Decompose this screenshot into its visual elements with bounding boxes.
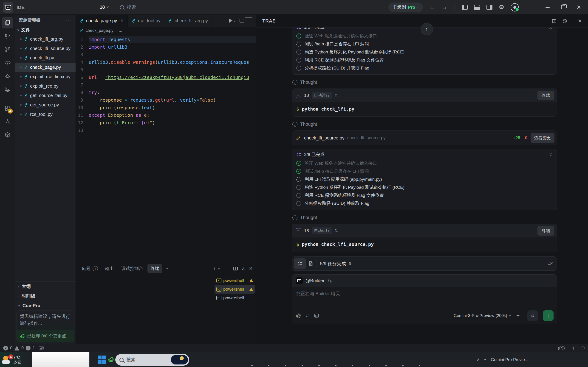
exploit_rce.py[interactable]: exploit_rce.py bbox=[15, 81, 76, 91]
more-actions-icon[interactable]: ··· bbox=[224, 266, 229, 271]
open-terminal-button[interactable]: 终端 bbox=[537, 91, 554, 100]
trae[interactable] bbox=[262, 353, 275, 366]
panel-tab[interactable]: 输出 bbox=[102, 264, 117, 273]
collapse-icon[interactable] bbox=[548, 152, 553, 157]
bell-icon[interactable] bbox=[581, 346, 585, 349]
new-chat-icon[interactable] bbox=[552, 18, 557, 24]
new-terminal-icon[interactable]: ＋ ˅ bbox=[212, 265, 220, 272]
task-item[interactable]: 分析提权路径 (SUID) 并获取 Flag bbox=[292, 64, 557, 72]
upgrade-pro-button[interactable]: 升级到 Pro › bbox=[389, 2, 423, 12]
minimize-button[interactable]: ─ bbox=[543, 4, 552, 10]
thought-row[interactable]: Thought bbox=[292, 80, 557, 85]
status-item[interactable] bbox=[558, 346, 565, 350]
sidebar-item-tests[interactable] bbox=[2, 116, 13, 127]
forward-button[interactable]: → bbox=[442, 4, 448, 11]
check_lfi_arg.py[interactable]: check_lfi_arg.py bbox=[15, 34, 76, 44]
gear-icon[interactable]: ⚙ bbox=[499, 4, 504, 11]
waves[interactable] bbox=[413, 353, 426, 366]
editor-tab[interactable]: check_lfi_arg.py ✕ bbox=[164, 15, 212, 27]
weather-widget[interactable]: 4 7°C 多云 bbox=[0, 352, 32, 367]
taskbar-search[interactable]: 搜索 bbox=[115, 354, 189, 366]
check_page.py[interactable]: check_page.py bbox=[15, 63, 76, 72]
task-item[interactable]: 利用 RCE 探测系统环境及 Flag 文件位置 bbox=[292, 191, 557, 199]
check_lfi.py[interactable]: check_lfi.py bbox=[15, 53, 76, 63]
model-selector[interactable]: Gemini-3-Pro-Preview (200k) ˅ bbox=[454, 313, 511, 318]
mic-button[interactable] bbox=[527, 310, 538, 321]
exploit_rce_linux.py[interactable]: exploit_rce_linux.py bbox=[15, 72, 76, 81]
search-orange[interactable] bbox=[329, 353, 342, 366]
document-icon[interactable] bbox=[308, 261, 313, 266]
run-button[interactable]: ˅ bbox=[229, 19, 235, 23]
more-actions-icon[interactable]: ··· bbox=[66, 303, 72, 308]
sidebar-item-packages[interactable] bbox=[2, 129, 13, 141]
sidebar-item-search[interactable] bbox=[2, 30, 13, 42]
ports-icon[interactable] bbox=[39, 346, 44, 350]
tray-text[interactable]: Gemini-Pro-Previe... bbox=[491, 357, 528, 362]
terminal-list-item[interactable]: >_ powershell bbox=[215, 285, 255, 294]
qq[interactable] bbox=[363, 353, 376, 366]
jadx[interactable] bbox=[346, 353, 359, 366]
sidebar-item-explorer[interactable] bbox=[2, 17, 13, 28]
code-editor[interactable]: 1 import requests 2 import urllib3 3 4 u… bbox=[76, 34, 256, 134]
close-panel-icon[interactable]: ✕ bbox=[249, 266, 253, 271]
rce_tool.py[interactable]: rce_tool.py bbox=[15, 110, 76, 119]
task-list-toggle[interactable] bbox=[294, 258, 306, 269]
task-item[interactable]: 测试 /help 接口是否存在 LFI 漏洞 bbox=[292, 167, 557, 175]
breadcrumb[interactable]: check_page.py › ... bbox=[76, 27, 256, 34]
back-button[interactable]: ← bbox=[429, 4, 435, 11]
more-actions-icon[interactable]: ··· bbox=[66, 17, 72, 23]
timeline-section[interactable]: ›时间线 bbox=[15, 291, 76, 301]
store[interactable] bbox=[212, 353, 225, 366]
sidebar-item-debug[interactable] bbox=[2, 70, 13, 82]
editor-tab[interactable]: check_page.py ✕ bbox=[76, 15, 128, 27]
penguin[interactable] bbox=[313, 353, 326, 366]
panel-layout-icon[interactable] bbox=[233, 267, 238, 270]
thought-row[interactable]: Thought bbox=[292, 215, 557, 220]
terminal-list-item[interactable]: >_ powershell bbox=[215, 276, 255, 285]
task-item[interactable]: 构造 Python 反序列化 Payload 测试命令执行 (RCE) bbox=[292, 48, 557, 56]
send-button[interactable]: ↑ bbox=[543, 310, 553, 321]
view-changes-button[interactable]: 查看变更 bbox=[531, 133, 554, 143]
sort-icon[interactable]: ⇅ bbox=[335, 228, 338, 233]
collapse-icon[interactable] bbox=[548, 27, 553, 29]
avatar[interactable]: ☻ bbox=[510, 3, 519, 11]
minimap[interactable] bbox=[245, 17, 252, 18]
wps[interactable] bbox=[279, 353, 292, 366]
scroll-to-top-button[interactable]: ↑ bbox=[421, 23, 433, 35]
problems-summary[interactable]: × 0 ! 0 i 1 bbox=[3, 346, 44, 350]
cue-swirl-icon[interactable] bbox=[108, 357, 114, 362]
sort-icon[interactable]: ⇅ bbox=[335, 93, 338, 98]
chat-input[interactable]: 您正在与 Builder 聊天 bbox=[292, 287, 557, 310]
toggle-right-panel-icon[interactable] bbox=[486, 5, 493, 10]
edge[interactable] bbox=[296, 353, 309, 366]
double-check-icon[interactable] bbox=[547, 261, 553, 266]
context-icon[interactable]: # bbox=[306, 313, 309, 319]
terminal-list-item[interactable]: >_ powershell bbox=[215, 294, 255, 302]
get_source.py[interactable]: get_source.py bbox=[15, 100, 76, 110]
toggle-bottom-panel-icon[interactable] bbox=[474, 5, 480, 10]
open-terminal-button[interactable]: 终端 bbox=[537, 226, 554, 236]
sort-icon[interactable]: ⇅ bbox=[348, 261, 351, 266]
sparkle-icon[interactable]: ✦⁺ bbox=[516, 313, 522, 318]
game[interactable] bbox=[229, 353, 242, 366]
maximize-panel-icon[interactable]: ˄ bbox=[242, 266, 245, 271]
editor-tab[interactable]: rce_tool.py ✕ bbox=[128, 15, 164, 27]
close-button[interactable]: ✕ bbox=[574, 4, 583, 10]
mention-icon[interactable]: @ bbox=[296, 313, 301, 319]
task-item[interactable]: 构造 Python 反序列化 Payload 测试命令执行 (RCE) bbox=[292, 183, 557, 191]
task-item[interactable]: 验证 Web 服务连通性并确认输入接口 bbox=[292, 159, 557, 167]
split-editor-icon[interactable] bbox=[240, 19, 244, 23]
panel-tab[interactable]: 终端 bbox=[147, 264, 162, 273]
task-item[interactable]: 分析提权路径 (SUID) 并获取 Flag bbox=[292, 199, 557, 207]
auto-run-badge[interactable]: 自动运行 bbox=[312, 227, 332, 234]
sidebar-item-preview[interactable] bbox=[2, 57, 13, 68]
auto-run-badge[interactable]: 自动运行 bbox=[312, 92, 332, 99]
folder[interactable] bbox=[195, 353, 208, 366]
check_lfi_source.py[interactable]: check_lfi_source.py bbox=[15, 44, 76, 53]
close-panel-icon[interactable]: ✕ bbox=[578, 18, 582, 24]
terminal[interactable] bbox=[430, 353, 443, 366]
more-actions-icon[interactable]: ··· bbox=[248, 18, 253, 23]
sidebar-item-remote-terminal[interactable] bbox=[2, 83, 13, 95]
task-progress-bar[interactable]: 5/9 任务完成 ⇅ bbox=[292, 257, 557, 271]
restore-button[interactable] bbox=[559, 4, 568, 10]
